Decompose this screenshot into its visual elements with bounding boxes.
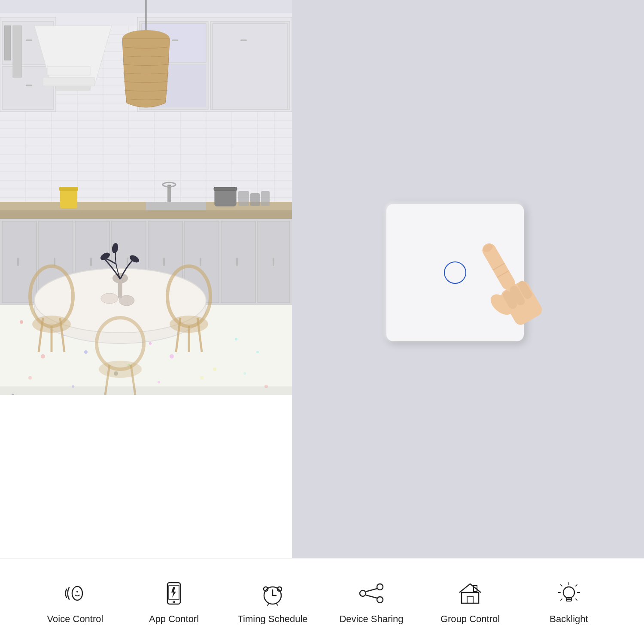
voice-control-label: Voice Control — [47, 614, 103, 625]
svg-rect-72 — [273, 258, 274, 266]
svg-point-119 — [101, 293, 118, 304]
svg-rect-41 — [56, 86, 90, 90]
svg-point-80 — [41, 354, 45, 358]
svg-point-147 — [173, 601, 175, 603]
feature-group-control: Group Control — [427, 578, 513, 625]
svg-rect-71 — [236, 258, 238, 266]
svg-point-83 — [170, 354, 174, 358]
timing-schedule-label: Timing Schedule — [237, 614, 307, 625]
switch-wrapper — [386, 204, 550, 354]
svg-point-144 — [76, 591, 78, 592]
switch-panel-area — [292, 0, 644, 558]
svg-point-109 — [32, 316, 71, 333]
svg-line-167 — [576, 585, 577, 586]
kitchen-photo-area — [0, 0, 292, 395]
feature-device-sharing: Device Sharing — [328, 578, 414, 625]
svg-point-79 — [235, 338, 237, 340]
svg-rect-55 — [0, 210, 292, 219]
svg-rect-131 — [60, 189, 77, 208]
feature-voice-control: Voice Control — [32, 578, 118, 625]
hand-pointing-icon — [451, 213, 562, 341]
svg-line-170 — [561, 585, 562, 586]
device-sharing-icon — [356, 578, 386, 608]
kitchen-scene-svg — [0, 0, 292, 395]
svg-rect-63 — [221, 221, 255, 303]
main-container: Voice Control App Contorl — [0, 0, 644, 644]
svg-rect-70 — [200, 258, 201, 266]
svg-point-157 — [360, 590, 366, 596]
svg-rect-67 — [90, 258, 92, 266]
backlight-label: Backlight — [550, 614, 588, 625]
voice-control-icon — [60, 578, 90, 608]
svg-rect-132 — [59, 187, 78, 191]
svg-rect-160 — [462, 592, 479, 603]
svg-point-74 — [20, 320, 23, 324]
svg-rect-39 — [26, 85, 32, 86]
svg-rect-127 — [214, 187, 237, 191]
svg-rect-100 — [146, 202, 206, 210]
svg-point-91 — [243, 372, 246, 375]
svg-line-169 — [576, 599, 577, 600]
svg-point-77 — [149, 342, 152, 345]
svg-rect-129 — [250, 193, 260, 206]
features-bar: Voice Control App Contorl — [0, 558, 644, 644]
svg-rect-45 — [4, 26, 11, 60]
svg-rect-52 — [172, 39, 178, 41]
svg-rect-130 — [261, 191, 270, 206]
svg-point-143 — [72, 586, 82, 600]
svg-rect-69 — [163, 258, 165, 266]
svg-point-89 — [158, 381, 160, 383]
backlight-icon — [554, 578, 584, 608]
svg-rect-126 — [215, 189, 236, 206]
group-control-icon — [455, 578, 485, 608]
svg-point-81 — [84, 350, 88, 354]
svg-point-118 — [170, 316, 208, 333]
svg-rect-161 — [467, 597, 473, 603]
svg-rect-44 — [13, 26, 21, 77]
group-control-label: Group Control — [440, 614, 500, 625]
feature-backlight: Backlight — [526, 578, 612, 625]
svg-line-172 — [561, 599, 562, 600]
svg-rect-43 — [47, 67, 90, 75]
device-sharing-label: Device Sharing — [339, 614, 403, 625]
svg-point-85 — [256, 351, 259, 353]
svg-rect-37 — [2, 67, 54, 109]
feature-timing-schedule: Timing Schedule — [230, 578, 316, 625]
svg-rect-38 — [26, 39, 32, 41]
svg-point-156 — [377, 597, 383, 603]
svg-point-163 — [563, 587, 574, 598]
svg-line-159 — [366, 595, 377, 598]
app-control-label: App Contorl — [149, 614, 199, 625]
svg-point-113 — [99, 361, 142, 378]
svg-point-155 — [377, 584, 383, 590]
svg-rect-133 — [0, 386, 292, 395]
svg-point-84 — [213, 368, 216, 371]
top-section — [0, 0, 644, 558]
svg-rect-65 — [17, 258, 19, 266]
svg-rect-53 — [240, 39, 247, 41]
timing-schedule-icon — [258, 578, 288, 608]
svg-point-90 — [200, 376, 204, 380]
svg-rect-51 — [213, 24, 288, 109]
svg-line-158 — [366, 589, 377, 592]
svg-rect-42 — [43, 77, 94, 86]
app-control-icon — [159, 578, 189, 608]
svg-point-86 — [28, 376, 32, 380]
feature-app-control: App Contorl — [131, 578, 217, 625]
svg-rect-128 — [238, 191, 249, 206]
